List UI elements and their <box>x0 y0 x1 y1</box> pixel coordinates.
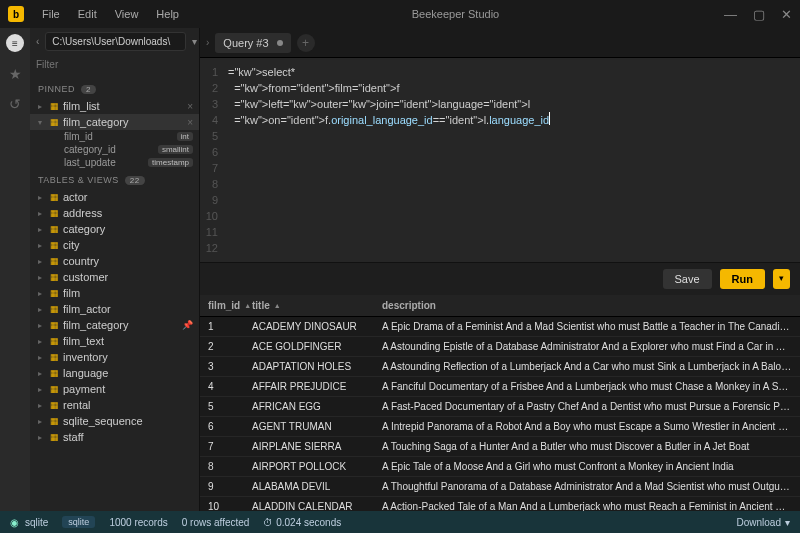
column-film_id: film_idint <box>30 130 199 143</box>
status-time: ⏱ 0.024 seconds <box>263 517 341 528</box>
col-description[interactable]: description <box>374 295 800 316</box>
table-row[interactable]: 6AGENT TRUMANA Intrepid Panorama of a Ro… <box>200 417 800 437</box>
table-actor[interactable]: ▸▦actor <box>30 189 199 205</box>
path-input[interactable] <box>45 32 186 51</box>
table-film[interactable]: ▸▦film <box>30 285 199 301</box>
tab-label: Query #3 <box>223 37 268 49</box>
database-icon[interactable]: ≡ <box>6 34 24 52</box>
nav-rail: ≡ ★ ↺ <box>0 28 30 511</box>
column-last_update: last_updatetimestamp <box>30 156 199 169</box>
menu-edit[interactable]: Edit <box>70 4 105 24</box>
table-category[interactable]: ▸▦category <box>30 221 199 237</box>
tab-dirty-icon <box>277 40 283 46</box>
status-records: 1000 records <box>109 517 167 528</box>
table-inventory[interactable]: ▸▦inventory <box>30 349 199 365</box>
status-bar: ◉ sqlite sqlite 1000 records 0 rows affe… <box>0 511 800 533</box>
status-engine-tag: sqlite <box>62 516 95 528</box>
query-tab[interactable]: Query #3 <box>215 33 290 53</box>
table-row[interactable]: 8AIRPORT POLLOCKA Epic Tale of a Moose A… <box>200 457 800 477</box>
table-row[interactable]: 1ACADEMY DINOSAURA Epic Drama of a Femin… <box>200 317 800 337</box>
tables-header: TABLES & VIEWS 22 <box>30 169 199 189</box>
col-film-id[interactable]: film_id▲ <box>200 295 244 316</box>
table-rental[interactable]: ▸▦rental <box>30 397 199 413</box>
window-controls: — ▢ ✕ <box>724 7 792 22</box>
status-engine: sqlite <box>25 517 48 528</box>
table-address[interactable]: ▸▦address <box>30 205 199 221</box>
pinned-film_list[interactable]: ▸▦film_list× <box>30 98 199 114</box>
table-payment[interactable]: ▸▦payment <box>30 381 199 397</box>
path-dropdown-icon[interactable]: ▾ <box>192 36 197 47</box>
sql-editor[interactable]: 1="kw">select *2 ="kw">from ="ident">fil… <box>200 58 800 262</box>
col-title[interactable]: title▲ <box>244 295 374 316</box>
tab-bar: › Query #3 + <box>200 28 800 58</box>
table-film_category[interactable]: ▸▦film_category📌 <box>30 317 199 333</box>
status-affected: 0 rows affected <box>182 517 250 528</box>
menu-help[interactable]: Help <box>148 4 187 24</box>
filter-input[interactable] <box>36 57 193 72</box>
app-logo: b <box>8 6 24 22</box>
minimize-icon[interactable]: — <box>724 7 737 22</box>
results-grid[interactable]: film_id▲ title▲ description 1ACADEMY DIN… <box>200 295 800 511</box>
pinned-film_category[interactable]: ▾▦film_category× <box>30 114 199 130</box>
menu-view[interactable]: View <box>107 4 147 24</box>
table-language[interactable]: ▸▦language <box>30 365 199 381</box>
unpin-icon[interactable]: × <box>187 101 193 112</box>
table-country[interactable]: ▸▦country <box>30 253 199 269</box>
table-film_text[interactable]: ▸▦film_text <box>30 333 199 349</box>
run-dropdown-icon[interactable]: ▾ <box>773 269 790 289</box>
table-staff[interactable]: ▸▦staff <box>30 429 199 445</box>
column-category_id: category_idsmallint <box>30 143 199 156</box>
path-back-icon[interactable]: ‹ <box>36 36 39 47</box>
app-title: Beekeeper Studio <box>187 8 724 20</box>
table-row[interactable]: 3ADAPTATION HOLESA Astounding Reflection… <box>200 357 800 377</box>
tables-count-badge: 22 <box>125 176 145 185</box>
table-city[interactable]: ▸▦city <box>30 237 199 253</box>
titlebar: b FileEditViewHelp Beekeeper Studio — ▢ … <box>0 0 800 28</box>
close-icon[interactable]: ✕ <box>781 7 792 22</box>
favorites-icon[interactable]: ★ <box>9 66 22 82</box>
table-row[interactable]: 7AIRPLANE SIERRAA Touching Saga of a Hun… <box>200 437 800 457</box>
run-button[interactable]: Run <box>720 269 765 289</box>
table-row[interactable]: 9ALABAMA DEVILA Thoughtful Panorama of a… <box>200 477 800 497</box>
results-header: film_id▲ title▲ description <box>200 295 800 317</box>
table-row[interactable]: 4AFFAIR PREJUDICEA Fanciful Documentary … <box>200 377 800 397</box>
download-button[interactable]: Download▾ <box>737 517 790 528</box>
table-customer[interactable]: ▸▦customer <box>30 269 199 285</box>
save-button[interactable]: Save <box>663 269 712 289</box>
pin-icon: 📌 <box>182 320 193 330</box>
pinned-header: PINNED 2 <box>30 78 199 98</box>
history-icon[interactable]: ↺ <box>9 96 21 112</box>
menu-file[interactable]: File <box>34 4 68 24</box>
table-film_actor[interactable]: ▸▦film_actor <box>30 301 199 317</box>
pinned-count-badge: 2 <box>81 85 96 94</box>
tab-scroll-icon[interactable]: › <box>206 37 209 48</box>
table-row[interactable]: 5AFRICAN EGGA Fast-Paced Documentary of … <box>200 397 800 417</box>
sidebar: ‹ ▾ ⟳ PINNED 2 ▸▦film_list×▾▦film_catego… <box>30 28 200 511</box>
unpin-icon[interactable]: × <box>187 117 193 128</box>
main-menu: FileEditViewHelp <box>34 4 187 24</box>
table-row[interactable]: 10ALADDIN CALENDARA Action-Packed Tale o… <box>200 497 800 511</box>
status-connected-icon: ◉ <box>10 517 19 528</box>
maximize-icon[interactable]: ▢ <box>753 7 765 22</box>
add-tab-button[interactable]: + <box>297 34 315 52</box>
chevron-down-icon: ▾ <box>785 517 790 528</box>
table-sqlite_sequence[interactable]: ▸▦sqlite_sequence <box>30 413 199 429</box>
table-row[interactable]: 2ACE GOLDFINGERA Astounding Epistle of a… <box>200 337 800 357</box>
